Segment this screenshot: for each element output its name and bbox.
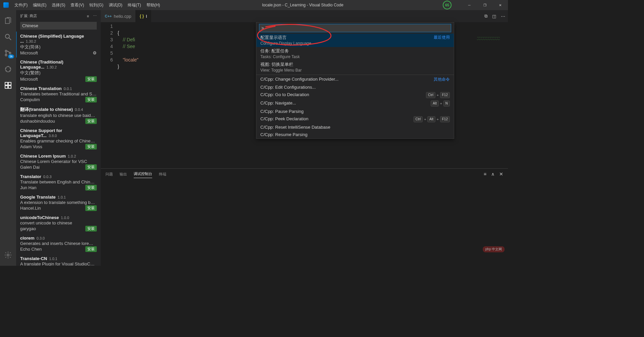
svg-point-15 bbox=[7, 254, 9, 256]
menu-item[interactable]: 调试(D) bbox=[106, 0, 125, 10]
extension-item[interactable]: Chinese (Simplified) Language ...1.30.2中… bbox=[16, 32, 101, 57]
compare-icon[interactable]: ⧉ bbox=[484, 13, 487, 19]
editor-tab[interactable]: { }l bbox=[136, 10, 152, 22]
svg-point-2 bbox=[5, 50, 7, 52]
menu-item[interactable]: 编辑(E) bbox=[30, 0, 49, 10]
extensions-sidebar: 扩展: 商店 ≡ ⋯ Chinese (Simplified) Language… bbox=[16, 10, 101, 266]
install-button[interactable]: 安装 bbox=[85, 164, 97, 170]
extension-list[interactable]: Chinese (Simplified) Language ...1.30.2中… bbox=[16, 32, 101, 266]
debug-icon[interactable] bbox=[0, 61, 16, 77]
panel-tab[interactable]: 输出 bbox=[120, 170, 127, 178]
svg-rect-11 bbox=[5, 82, 8, 85]
command-palette: 配置显示语言最近使用Configure Display Language任务: … bbox=[256, 22, 454, 139]
install-button[interactable]: 安装 bbox=[85, 226, 97, 231]
menu-bar: 文件(F)编辑(E)选择(S)查看(V)转到(G)调试(D)终端(T)帮助(H) bbox=[12, 0, 163, 10]
extension-item[interactable]: Chinese Translation0.0.1Translates betwe… bbox=[16, 84, 101, 104]
panel-tab[interactable]: 终端 bbox=[159, 170, 166, 178]
coverage-badge: 65 bbox=[443, 1, 452, 9]
palette-item[interactable]: C/Cpp: Reset IntelliSense Database bbox=[256, 124, 454, 131]
menu-item[interactable]: 查看(V) bbox=[68, 0, 87, 10]
source-control-icon[interactable]: 5k bbox=[0, 45, 16, 61]
panel-filter-icon[interactable]: ≡ bbox=[484, 171, 486, 177]
extension-item[interactable]: Chinese (Traditional) Language...1.30.2中… bbox=[16, 57, 101, 84]
split-editor-icon[interactable]: ◫ bbox=[492, 14, 496, 19]
extension-item[interactable]: Translator0.0.3Translate between English… bbox=[16, 172, 101, 193]
install-button[interactable]: 安装 bbox=[85, 144, 97, 150]
install-button[interactable]: 安装 bbox=[85, 76, 97, 82]
json-file-icon: { } bbox=[140, 14, 144, 18]
palette-item[interactable]: C/Cpp: Resume Parsing bbox=[256, 131, 454, 138]
filter-icon[interactable]: ≡ bbox=[87, 14, 89, 18]
window-title: locale.json - C_Learning - Visual Studio… bbox=[163, 3, 443, 7]
palette-item[interactable]: C/Cpp: Navigate...Alt+N bbox=[256, 99, 454, 108]
more-icon[interactable]: ⋯ bbox=[93, 14, 97, 18]
menu-item[interactable]: 终端(T) bbox=[125, 0, 143, 10]
panel-up-icon[interactable]: ∧ bbox=[491, 171, 495, 177]
install-button[interactable]: 安装 bbox=[85, 118, 97, 124]
command-palette-input[interactable] bbox=[259, 24, 451, 32]
extension-item[interactable]: clorem0.3.0Generates and inserts Chinese… bbox=[16, 234, 101, 254]
svg-point-3 bbox=[5, 54, 7, 56]
palette-item[interactable]: 配置显示语言最近使用Configure Display Language bbox=[256, 34, 454, 47]
panel-close-icon[interactable]: ✕ bbox=[499, 171, 503, 177]
palette-item[interactable]: C/Cpp: Edit Configurations... bbox=[256, 84, 454, 91]
palette-item[interactable]: C/Cpp: Change Configuration Provider...其… bbox=[256, 76, 454, 84]
palette-item[interactable]: C/Cpp: Pause Parsing bbox=[256, 108, 454, 115]
palette-item[interactable]: C/Cpp: Peek DeclarationCtrl+Alt+F12 bbox=[256, 115, 454, 124]
titlebar: 文件(F)编辑(E)选择(S)查看(V)转到(G)调试(D)终端(T)帮助(H)… bbox=[0, 0, 508, 10]
palette-item[interactable]: 任务: 配置任务Tasks: Configure Task bbox=[256, 47, 454, 60]
menu-item[interactable]: 帮助(H) bbox=[144, 0, 163, 10]
search-icon[interactable] bbox=[0, 29, 16, 45]
install-button[interactable]: 安装 bbox=[85, 246, 97, 252]
extension-search-input[interactable] bbox=[20, 22, 97, 30]
error-squiggle: ~~~~~~~~~~~~~ bbox=[477, 36, 500, 39]
palette-item[interactable]: 视图: 切换菜单栏View: Toggle Menu Bar bbox=[256, 60, 454, 74]
panel-tab[interactable]: 调试控制台 bbox=[134, 170, 152, 178]
editor-area: C++hello.cpp{ }l ⧉ ◫ ⋯ 123456 { // Defi … bbox=[101, 10, 508, 266]
install-button[interactable]: 安装 bbox=[85, 185, 97, 191]
minimize-button[interactable]: ─ bbox=[462, 0, 477, 10]
svg-rect-14 bbox=[8, 82, 11, 85]
extension-item[interactable]: Chinese Support for LanguageT...3.8.0Ena… bbox=[16, 126, 101, 152]
svg-rect-12 bbox=[5, 86, 8, 88]
close-window-button[interactable]: ✕ bbox=[492, 0, 508, 10]
menu-item[interactable]: 选择(S) bbox=[49, 0, 68, 10]
extensions-icon[interactable] bbox=[0, 77, 16, 93]
line-gutter: 123456 bbox=[101, 22, 118, 168]
more-actions-icon[interactable]: ⋯ bbox=[501, 14, 505, 19]
menu-item[interactable]: 文件(F) bbox=[12, 0, 30, 10]
editor-tabs: C++hello.cpp{ }l ⧉ ◫ ⋯ bbox=[101, 10, 508, 22]
maximize-button[interactable]: ❐ bbox=[477, 0, 492, 10]
watermark: php 中文网 bbox=[483, 246, 505, 252]
install-button[interactable]: 安装 bbox=[85, 97, 97, 102]
activity-bar: 5k bbox=[0, 10, 16, 266]
bottom-panel: 问题输出调试控制台终端 ≡ ∧ ✕ bbox=[101, 168, 508, 266]
extension-item[interactable]: Translate-CN1.0.1A translate Plugin for … bbox=[16, 254, 101, 266]
palette-item[interactable]: C/Cpp: Go to DeclarationCtrl+F12 bbox=[256, 91, 454, 99]
extension-item[interactable]: Chinese Lorem Ipsum1.0.2Chinese Lorem Ge… bbox=[16, 152, 101, 172]
sidebar-title: 扩展: 商店 bbox=[20, 13, 37, 18]
extension-item[interactable]: Google Translate1.0.1A extension to tran… bbox=[16, 193, 101, 213]
svg-point-0 bbox=[5, 34, 9, 38]
install-button[interactable]: 安装 bbox=[85, 205, 97, 211]
extension-item[interactable]: 翻译(translate to chinese)0.0.4translate e… bbox=[16, 104, 101, 126]
settings-gear-icon[interactable] bbox=[0, 247, 16, 263]
scm-badge: 5k bbox=[8, 54, 14, 58]
extension-item[interactable]: unicodeToChinese1.0.0convert unicode to … bbox=[16, 213, 101, 234]
cpp-file-icon: C++ bbox=[105, 14, 112, 18]
editor-tab[interactable]: C++hello.cpp bbox=[101, 10, 136, 22]
menu-item[interactable]: 转到(G) bbox=[87, 0, 106, 10]
explorer-icon[interactable] bbox=[0, 13, 16, 29]
svg-line-1 bbox=[9, 38, 11, 40]
panel-tab[interactable]: 问题 bbox=[105, 170, 113, 178]
vscode-logo-icon bbox=[0, 2, 12, 8]
svg-rect-13 bbox=[8, 86, 11, 88]
gear-icon[interactable]: ⚙ bbox=[93, 50, 97, 55]
